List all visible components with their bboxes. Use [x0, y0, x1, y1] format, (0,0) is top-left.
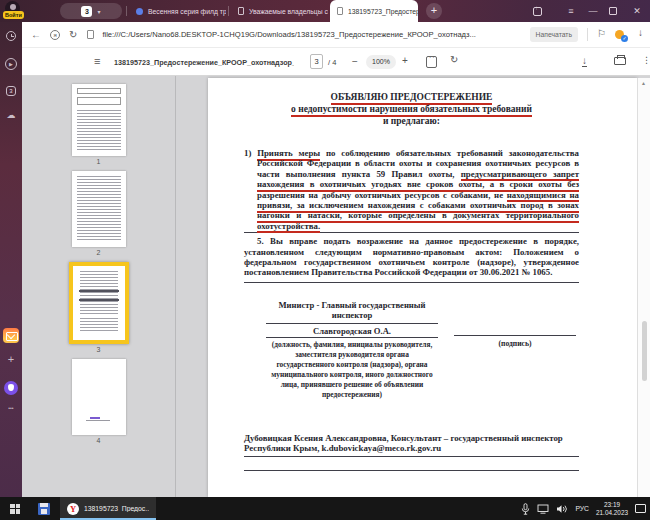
thumb-stamp-mark [86, 417, 110, 423]
reload-icon[interactable]: ↻ [69, 29, 77, 40]
collections-flag-icon[interactable]: ⚐ [597, 28, 606, 39]
signature-block: Министр - Главный государственный инспек… [244, 300, 579, 400]
thumb-form-box [77, 88, 121, 94]
yandex-browser-icon: Y [67, 503, 79, 515]
browser-menu-button[interactable]: ≡ [561, 0, 581, 22]
para1-segment: разрешения на добычу охотничьих ресурсов… [257, 190, 507, 200]
thumbnail-label: 4 [22, 437, 175, 444]
extension-icon[interactable]: ✓ [615, 30, 624, 39]
zoom-level[interactable]: 100% [366, 55, 396, 69]
pdf-more-icon[interactable]: ⋮ [642, 55, 650, 65]
alice-assistant-icon[interactable] [4, 381, 18, 395]
mail-icon[interactable] [3, 328, 19, 343]
signature-column: (подпись) [454, 300, 576, 400]
downloads-icon[interactable]: ↓ [638, 27, 643, 38]
back-icon[interactable]: ← [31, 29, 41, 40]
clock-date: 21.04.2023 [596, 509, 628, 517]
tab-separator [126, 6, 127, 16]
doc-paragraph-1: 1) Принять меры по соблюдению обязательн… [257, 148, 579, 231]
tab-title: Уважаемые владельцы со [249, 8, 328, 15]
tab-1[interactable]: Весенняя серия филд тра [129, 0, 226, 22]
language-indicator[interactable]: РУС [575, 505, 589, 512]
doc-rule [244, 282, 579, 283]
doc-heading-3: и предлагаю: [244, 115, 579, 127]
fit-page-icon[interactable] [426, 56, 437, 68]
print-page-button[interactable]: Напечатать [530, 27, 578, 42]
more-dots-icon[interactable]: ••• [0, 405, 22, 411]
thumbnail-page-1[interactable] [72, 84, 126, 156]
scrollbar-thumb[interactable] [642, 321, 647, 381]
speaker-icon[interactable] [556, 504, 568, 514]
doc-rule [266, 337, 438, 338]
new-tab-button[interactable]: + [426, 3, 442, 19]
pinned-app-icon[interactable] [38, 503, 50, 515]
taskbar-app-label: 138195723_Предос... [84, 505, 149, 512]
thumbnail-page-4[interactable] [72, 359, 126, 435]
taskbar-clock[interactable]: 23:19 21.04.2023 [596, 501, 628, 516]
signer-title: Министр - Главный государственный инспек… [266, 300, 438, 321]
clock-time: 23:19 [596, 501, 628, 509]
thumb-dark-line [79, 290, 119, 292]
profile-button[interactable]: Войти [3, 1, 29, 21]
thumb-text-lines [77, 176, 121, 242]
pdf-download-icon[interactable]: ↓ [582, 55, 587, 67]
history-icon[interactable] [6, 31, 16, 41]
cloud-sync-icon[interactable]: ☁ [0, 110, 22, 120]
page-number-input[interactable]: 3 [310, 54, 323, 69]
pdf-sidebar-toggle-icon[interactable]: ≡ [94, 55, 100, 67]
doc-heading-2: о недопустимости нарушения обязательных … [244, 103, 579, 115]
scrollbar[interactable]: ▲ [637, 78, 650, 497]
page-total: / 4 [328, 58, 336, 67]
tab-separator [228, 6, 229, 16]
microphone-icon[interactable] [521, 503, 530, 515]
url-field[interactable]: file:///C:/Users/Nano68.DESKTOP-1CHQ19G/… [102, 30, 534, 39]
pdf-print-icon[interactable] [614, 57, 626, 65]
notification-center-icon[interactable] [635, 504, 646, 513]
tab-title: 138195723_Предостере [348, 8, 418, 15]
pdf-page: ОБЪЯВЛЯЮ ПРЕДОСТЕРЕЖЕНИЕ о недопустимост… [208, 78, 637, 497]
zoom-in-button[interactable]: + [402, 55, 408, 66]
doc-rule [454, 335, 576, 336]
rotate-icon[interactable]: ↻ [450, 54, 458, 65]
thumbnail-page-3-selected[interactable] [69, 262, 129, 344]
file-icon [87, 30, 94, 39]
tab-title: Весенняя серия филд тра [148, 8, 226, 15]
doc-contact: Дубовицкая Ксения Александровна, Консуль… [244, 433, 579, 454]
thumb-text-lines [77, 110, 121, 152]
network-icon[interactable] [537, 504, 549, 514]
scroll-up-icon[interactable]: ▲ [641, 80, 646, 86]
share-panel-icon [533, 7, 542, 16]
restore-button[interactable] [603, 0, 623, 22]
panel-button[interactable] [527, 0, 547, 22]
tab-counter-button[interactable]: 3 ▾ [60, 3, 122, 19]
windows-logo-icon [10, 504, 20, 514]
doc-rule [244, 470, 579, 471]
thumbnail-page-2[interactable] [72, 171, 126, 247]
tab-count: 3 [81, 6, 92, 17]
video-play-icon[interactable]: ▶ [5, 58, 17, 70]
signature-spacer [454, 300, 576, 335]
taskbar-active-app[interactable]: Y 138195723_Предос... [60, 497, 156, 520]
add-widget-icon[interactable]: + [0, 353, 22, 365]
tab-3-active[interactable]: 138195723_Предостере ✕ [330, 0, 418, 22]
pdf-document-title: 138195723_Предостережение_КРООР_охотнадз… [114, 58, 294, 67]
restore-icon [609, 7, 617, 15]
minimize-button[interactable]: — [583, 0, 603, 22]
signer-name: Славгородская О.А. [266, 324, 438, 337]
browser-sidebar: ▶ 3 ☁ + ••• [0, 22, 22, 497]
thumbnail-label: 1 [22, 158, 175, 165]
doc-paragraph-5: 5. Вы вправе подать возражение на данное… [244, 236, 579, 278]
start-button[interactable] [0, 497, 30, 520]
tab-panel-icon[interactable]: 3 [6, 86, 16, 96]
login-badge[interactable]: Войти [3, 11, 24, 19]
doc-rule [244, 456, 579, 457]
windows-taskbar: Y 138195723_Предос... РУС 23:19 21.04.20… [0, 497, 650, 520]
tab-2[interactable]: Уважаемые владельцы со [231, 0, 328, 22]
pdf-toolbar: ≡ 138195723_Предостережение_КРООР_охотна… [22, 48, 650, 76]
doc-heading-1: ОБЪЯВЛЯЮ ПРЕДОСТЕРЕЖЕНИЕ [244, 91, 579, 103]
tab-favicon-document [238, 7, 244, 15]
yandex-badge-icon[interactable]: я [50, 30, 60, 40]
close-window-button[interactable]: ✕ [627, 0, 647, 22]
zoom-out-button[interactable]: − [352, 56, 358, 67]
thumb-dark-line [79, 299, 119, 301]
